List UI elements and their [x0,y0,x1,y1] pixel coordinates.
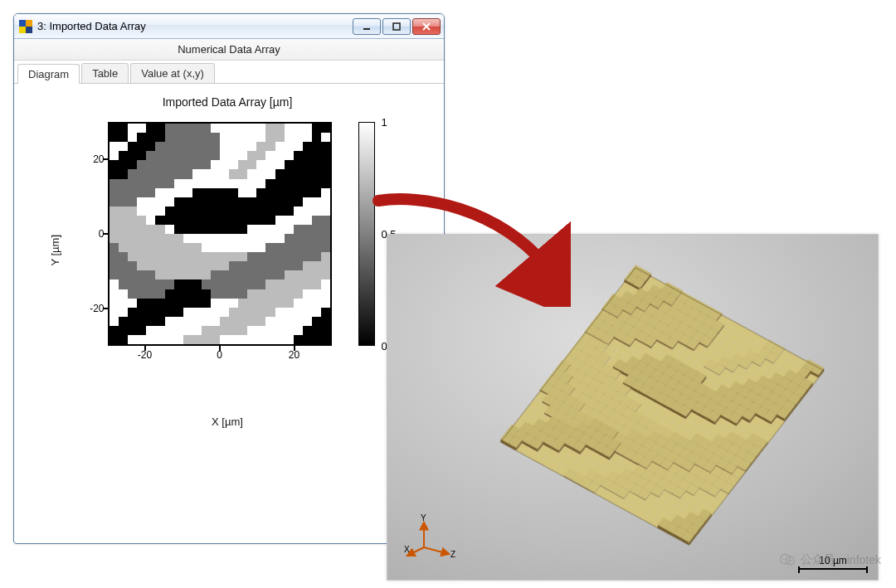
svg-rect-91 [229,151,238,160]
axis-label-z: Z [450,550,455,559]
svg-rect-320 [128,243,137,252]
plot-axes[interactable]: 20 0 -20 -20 0 20 [73,114,347,387]
svg-rect-227 [155,207,164,216]
svg-rect-465 [137,299,146,308]
svg-rect-2 [19,27,26,33]
y-tick: 0 [80,228,105,240]
svg-rect-480 [275,299,284,308]
svg-rect-148 [311,169,320,178]
svg-rect-581 [320,335,329,344]
svg-rect-273 [137,225,146,234]
svg-rect-94 [256,151,265,160]
maximize-button[interactable] [382,18,411,35]
svg-rect-425 [210,279,219,289]
svg-rect-68 [238,142,247,151]
svg-rect-140 [238,169,247,178]
svg-rect-353 [210,252,219,261]
tab-diagram[interactable]: Diagram [17,64,80,84]
svg-rect-302 [183,234,192,243]
svg-rect-414 [110,279,119,289]
svg-rect-402 [220,270,229,279]
svg-rect-266 [293,216,302,225]
svg-rect-40 [201,133,210,142]
axis-triad[interactable]: X Y Z [402,513,460,565]
render-panel[interactable]: X Y Z 10 µm [387,234,879,581]
svg-rect-139 [229,169,238,178]
svg-rect-87 [192,151,201,160]
svg-rect-523 [229,317,238,326]
svg-rect-368 [128,261,137,270]
svg-rect-224 [128,207,137,216]
svg-rect-182 [183,188,192,197]
svg-rect-404 [238,270,247,279]
svg-rect-70 [256,142,265,151]
svg-rect-146 [293,169,302,178]
svg-rect-271 [119,225,128,234]
svg-rect-90 [220,151,229,160]
tabstrip: Diagram Table Value at (x,y) [14,61,444,84]
svg-rect-450 [220,289,229,299]
svg-rect-308 [238,234,247,243]
svg-rect-528 [275,317,284,326]
svg-rect-354 [220,252,229,261]
svg-rect-37 [173,133,183,142]
svg-rect-209 [210,197,219,207]
svg-rect-124 [311,160,320,169]
svg-rect-335 [265,243,275,252]
svg-rect-399 [192,270,201,279]
tab-value-at[interactable]: Value at (x,y) [130,63,215,83]
svg-rect-413 [320,270,329,279]
svg-rect-433 [284,279,293,289]
titlebar[interactable]: 3: Imported Data Array [14,14,444,39]
close-button[interactable] [412,18,441,35]
svg-line-582 [407,547,424,556]
svg-rect-202 [146,197,155,207]
svg-rect-379 [229,261,238,270]
svg-rect-314 [293,234,302,243]
tab-table[interactable]: Table [81,63,129,83]
chat-bubble-icon [779,552,796,568]
svg-rect-384 [275,261,284,270]
svg-rect-254 [183,216,192,225]
svg-rect-10 [146,124,155,133]
svg-point-588 [786,558,787,560]
svg-rect-410 [293,270,302,279]
svg-rect-280 [201,225,210,234]
svg-rect-171 [302,179,311,188]
colorbar-gradient [358,122,375,346]
caption-buttons [351,18,441,35]
svg-rect-471 [192,299,201,308]
svg-rect-245 [320,207,329,216]
svg-rect-434 [293,279,302,289]
svg-rect-43 [229,133,238,142]
svg-rect-437 [320,279,329,289]
svg-rect-372 [164,261,173,270]
svg-rect-522 [220,317,229,326]
svg-rect-200 [128,197,137,207]
svg-rect-26 [293,124,302,133]
svg-rect-380 [238,261,247,270]
minimize-button[interactable] [353,18,381,35]
svg-rect-247 [119,216,128,225]
svg-rect-415 [119,279,128,289]
svg-rect-29 [320,124,329,133]
svg-rect-548 [238,326,247,335]
svg-rect-257 [210,216,219,225]
svg-rect-177 [137,188,146,197]
svg-rect-315 [302,234,311,243]
svg-rect-484 [311,299,320,308]
svg-rect-570 [220,335,229,344]
svg-rect-309 [247,234,256,243]
svg-rect-555 [302,326,311,335]
svg-rect-55 [119,142,128,151]
svg-rect-406 [256,270,265,279]
svg-rect-431 [265,279,275,289]
svg-rect-169 [284,179,293,188]
svg-rect-318 [110,243,119,252]
svg-rect-7 [119,124,128,133]
svg-rect-218 [293,197,302,207]
render-canvas[interactable] [387,235,878,580]
svg-rect-142 [256,169,265,178]
svg-rect-514 [146,317,155,326]
svg-rect-111 [192,160,201,169]
